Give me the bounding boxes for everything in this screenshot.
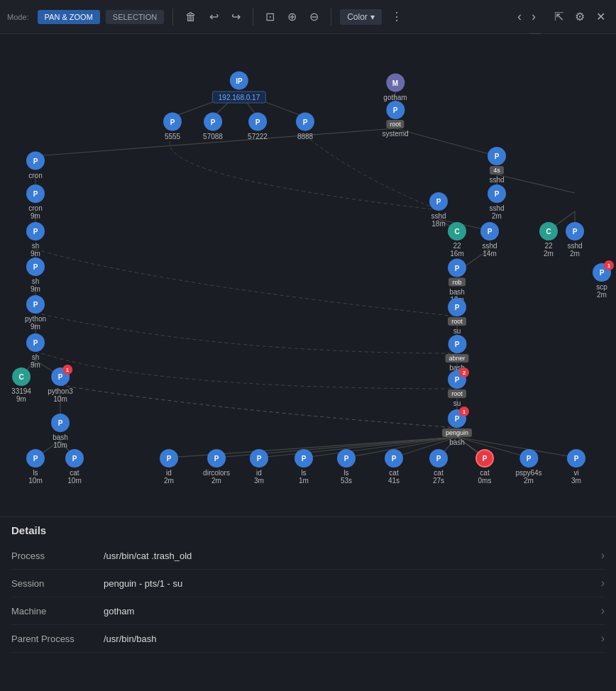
node-ls_10[interactable]: P ls10m (26, 449, 45, 485)
graph-area[interactable]: IP 192.168.0.17 M gotham P 5555 P 57088 … (0, 34, 616, 516)
node-bash10[interactable]: P bash10m (51, 414, 70, 449)
more-options-button[interactable]: ⋮ (387, 9, 406, 25)
node-badge: 1 (604, 260, 614, 270)
svg-line-5 (395, 128, 497, 156)
node-sh1[interactable]: P sh9m (26, 222, 45, 258)
node-cron1[interactable]: P cron (26, 152, 45, 179)
node-python1[interactable]: P python9m (25, 295, 46, 331)
node-circle: P (204, 113, 222, 131)
node-id2[interactable]: P id3m (250, 449, 268, 485)
node-circle: P1 (448, 409, 466, 428)
node-c_py[interactable]: C 331949m (11, 367, 31, 403)
nav-arrows: ‹ › Next (514, 8, 539, 26)
node-py3[interactable]: P1 python310m (48, 367, 73, 403)
node-circle: P1 (51, 367, 70, 386)
svg-line-30 (259, 437, 457, 458)
zoom-out-button[interactable]: ⊖ (306, 9, 322, 25)
node-cat_10[interactable]: P cat10m (65, 449, 84, 485)
node-c22b[interactable]: C 222m (539, 222, 558, 258)
node-label: id2m (164, 469, 174, 485)
node-badge: 1 (459, 407, 469, 416)
selection-button[interactable]: SELECTION (106, 10, 164, 24)
node-p57222[interactable]: P 57222 (248, 113, 268, 140)
separator2 (253, 9, 253, 26)
node-ls3[interactable]: P ls53s (337, 449, 356, 485)
node-tag: 4s (490, 166, 504, 175)
node-circle: P (26, 295, 45, 314)
color-button[interactable]: Color ▾ (340, 9, 382, 25)
chevron-right-icon: › (601, 577, 605, 590)
node-sshd_r2[interactable]: P sshd2m (488, 184, 506, 220)
close-button[interactable]: ✕ (593, 9, 609, 25)
node-label: systemd (382, 130, 408, 138)
node-bash_pen[interactable]: P1 penguin bash (442, 409, 472, 446)
node-circle: P (566, 222, 584, 241)
node-cat2[interactable]: P cat41s (385, 449, 403, 485)
node-label: cat27s (433, 469, 444, 485)
node-label: bash10m (53, 433, 68, 449)
detail-row-0[interactable]: Process /usr/bin/cat .trash_old › (11, 542, 605, 570)
node-sshd2m[interactable]: P sshd2m (566, 222, 584, 258)
node-vi[interactable]: P vi3m (567, 449, 585, 485)
settings-button[interactable]: ⚙ (571, 9, 588, 25)
node-label: ls53s (341, 469, 352, 485)
node-gotham[interactable]: M gotham (383, 74, 407, 101)
node-dircolors[interactable]: P dircolors2m (203, 449, 230, 485)
node-scp[interactable]: P1 scp2m (593, 263, 611, 299)
detail-row-1[interactable]: Session penguin - pts/1 - su › (11, 570, 605, 597)
node-sshd22[interactable]: P sshd14m (480, 222, 499, 258)
detail-value: penguin - pts/1 - su (104, 578, 601, 589)
node-root1[interactable]: P root systemd (382, 101, 408, 138)
node-sshd18[interactable]: P sshd18m (429, 192, 448, 228)
zoom-in-button[interactable]: ⊕ (284, 9, 300, 25)
node-p57088[interactable]: P 57088 (203, 113, 223, 140)
node-label: 331949m (11, 387, 31, 403)
pan-zoom-button[interactable]: PAN & ZOOM (38, 10, 100, 24)
detail-row-3[interactable]: Parent Process /usr/bin/bash › (11, 625, 605, 653)
node-su_root[interactable]: P root su (448, 298, 466, 335)
node-label: 222m (544, 242, 554, 258)
node-bash_abner[interactable]: P abner bash (445, 335, 468, 372)
node-tag: penguin (442, 429, 472, 437)
separator3 (331, 9, 331, 26)
node-circle: P (448, 335, 466, 353)
node-circle: P (429, 192, 448, 211)
external-link-button[interactable]: ⇱ (551, 9, 567, 25)
node-pspy[interactable]: P pspy64s2m (515, 449, 541, 485)
node-c22a[interactable]: C 2216m (448, 222, 466, 258)
prev-arrow-button[interactable]: ‹ (514, 8, 525, 26)
node-circle: P (337, 449, 356, 468)
node-su2[interactable]: P2 root su (448, 370, 466, 407)
node-label: ls1m (299, 469, 309, 485)
node-circle: P (296, 113, 314, 131)
node-label: cat41s (388, 469, 400, 485)
node-p5555[interactable]: P 5555 (163, 113, 182, 140)
node-circle: P (386, 101, 405, 119)
node-circle: P (385, 449, 403, 468)
node-sh2[interactable]: P sh9m (26, 258, 45, 293)
node-ip[interactable]: IP 192.168.0.17 (212, 72, 266, 104)
details-title: Details (11, 524, 605, 536)
node-cat_red[interactable]: P cat0ms (475, 449, 494, 485)
delete-button[interactable]: 🗑 (182, 9, 200, 25)
node-tag: abner (445, 354, 468, 363)
node-cat3[interactable]: P cat27s (429, 449, 448, 485)
node-id[interactable]: P id2m (160, 449, 178, 485)
detail-key: Parent Process (11, 634, 104, 644)
redo-button[interactable]: ↪ (228, 9, 244, 25)
graph-svg (0, 34, 616, 516)
node-sh3[interactable]: P sh9m (26, 333, 45, 369)
node-circle: P (26, 184, 45, 203)
node-bash_rob[interactable]: P rob bash18m (448, 259, 466, 304)
node-label: dircolors2m (203, 469, 230, 485)
node-p8888[interactable]: P 8888 (296, 113, 314, 140)
next-arrow-button[interactable]: › Next (528, 8, 539, 26)
node-circle: P (65, 449, 84, 468)
undo-button[interactable]: ↩ (206, 9, 222, 25)
node-sshd_r[interactable]: P 4s sshd (488, 147, 506, 184)
node-circle: P (295, 449, 313, 468)
node-ls2[interactable]: P ls1m (295, 449, 313, 485)
detail-row-2[interactable]: Machine gotham › (11, 597, 605, 625)
node-cron2[interactable]: P cron9m (26, 184, 45, 220)
fit-button[interactable]: ⊡ (262, 9, 278, 25)
